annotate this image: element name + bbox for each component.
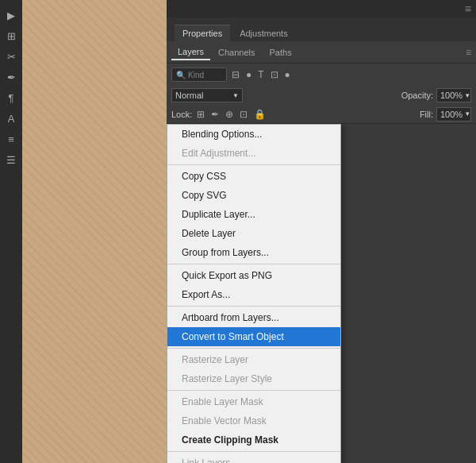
properties-tabs: Properties Adjustments <box>167 17 476 41</box>
play-tool[interactable]: ▶ <box>2 6 20 24</box>
lock-all-icon[interactable]: 🔒 <box>252 108 267 121</box>
layers-panel-menu-icon[interactable]: ≡ <box>466 47 471 58</box>
kind-label: Kind <box>188 71 204 79</box>
opacity-value-text: 100% <box>440 91 463 100</box>
layers-tool[interactable]: ≡ <box>2 130 20 148</box>
filter-icon-2[interactable]: ● <box>244 68 253 81</box>
opacity-input[interactable]: 100% ▼ <box>436 88 471 102</box>
extra-tool[interactable]: ☰ <box>2 151 20 168</box>
kind-row: 🔍 Kind ⊟ ● T ⊡ ● <box>167 64 476 86</box>
lock-brush-icon[interactable]: ✒ <box>209 108 221 121</box>
filter-icon-3[interactable]: T <box>256 68 265 81</box>
filter-icon-1[interactable]: ⊟ <box>230 68 241 81</box>
kind-search[interactable]: 🔍 Kind <box>171 68 227 82</box>
menu-item-create-clipping-mask[interactable]: Create Clipping Mask <box>167 430 340 449</box>
menu-item-group-from-layers-[interactable]: Group from Layers... <box>167 243 340 262</box>
menu-item-duplicate-layer-[interactable]: Duplicate Layer... <box>167 205 340 224</box>
lock-artboard-icon[interactable]: ⊡ <box>238 108 249 121</box>
toolbar: ▶ ⊞ ✂ ✒ ¶ A ≡ ☰ <box>0 0 22 463</box>
menu-item-rasterize-layer: Rasterize Layer <box>167 350 340 369</box>
lasso-tool[interactable]: ✂ <box>2 48 20 65</box>
menu-divider <box>167 451 340 452</box>
type-tool[interactable]: A <box>2 110 20 127</box>
pen-tool[interactable]: ✒ <box>2 68 20 86</box>
menu-item-copy-css[interactable]: Copy CSS <box>167 167 340 186</box>
menu-item-delete-layer[interactable]: Delete Layer <box>167 224 340 243</box>
canvas-area: ▶ ⊞ ✂ ✒ ¶ A ≡ ☰ <box>0 0 167 463</box>
menu-item-artboard-from-layers-[interactable]: Artboard from Layers... <box>167 308 340 327</box>
fill-value-text: 100% <box>440 110 463 119</box>
menu-item-link-layers: Link Layers <box>167 453 340 463</box>
fill-input[interactable]: 100% ▼ <box>436 107 471 122</box>
panel-menu-icon[interactable]: ≡ <box>465 2 471 15</box>
tab-properties[interactable]: Properties <box>175 25 230 41</box>
fill-label: Fill: <box>420 110 433 119</box>
menu-item-convert-to-smart-object[interactable]: Convert to Smart Object <box>167 327 340 346</box>
filter-icon-5[interactable]: ● <box>283 68 292 81</box>
menu-divider <box>167 348 340 349</box>
blend-mode-select[interactable]: Normal ▼ <box>171 88 243 102</box>
filter-icon-4[interactable]: ⊡ <box>269 68 280 81</box>
tab-channels[interactable]: Channels <box>212 45 261 60</box>
menu-divider <box>167 306 340 307</box>
menu-divider <box>167 390 340 391</box>
opacity-chevron-icon: ▼ <box>464 92 470 99</box>
blend-chevron-icon: ▼ <box>232 92 239 99</box>
menu-divider <box>167 264 340 264</box>
menu-item-export-as-[interactable]: Export As... <box>167 285 340 304</box>
menu-item-blending-options-[interactable]: Blending Options... <box>167 125 340 144</box>
menu-item-copy-svg[interactable]: Copy SVG <box>167 186 340 205</box>
lock-move-icon[interactable]: ⊕ <box>224 108 235 121</box>
panel-content: Blending Options...Edit Adjustment...Cop… <box>167 124 476 463</box>
right-panel: ≡ Properties Adjustments Layers Channels… <box>167 0 476 463</box>
menu-divider <box>167 164 340 165</box>
menu-item-enable-vector-mask: Enable Vector Mask <box>167 411 340 430</box>
menu-item-quick-export-as-png[interactable]: Quick Export as PNG <box>167 266 340 285</box>
menu-item-rasterize-layer-style: Rasterize Layer Style <box>167 369 340 388</box>
search-icon: 🔍 <box>176 71 186 79</box>
top-bar: ≡ <box>167 0 476 17</box>
tab-paths[interactable]: Paths <box>263 45 298 60</box>
opacity-label: Opacity: <box>401 91 433 100</box>
layers-tabs: Layers Channels Paths ≡ <box>167 41 476 64</box>
lock-pixels-icon[interactable]: ⊞ <box>195 108 206 121</box>
tab-adjustments[interactable]: Adjustments <box>232 25 296 41</box>
lock-row: Lock: ⊞ ✒ ⊕ ⊡ 🔒 Fill: 100% ▼ <box>167 105 476 124</box>
blend-mode-value: Normal <box>175 91 203 100</box>
paragraph-tool[interactable]: ¶ <box>2 89 20 106</box>
tab-layers[interactable]: Layers <box>171 44 210 60</box>
menu-item-edit-adjustment-: Edit Adjustment... <box>167 144 340 163</box>
select-tool[interactable]: ⊞ <box>2 27 20 44</box>
fill-chevron-icon: ▼ <box>464 110 470 118</box>
lock-label: Lock: <box>171 110 192 119</box>
context-menu: Blending Options...Edit Adjustment...Cop… <box>167 124 341 463</box>
menu-item-enable-layer-mask: Enable Layer Mask <box>167 392 340 411</box>
blend-row: Normal ▼ Opacity: 100% ▼ <box>167 86 476 105</box>
canvas-preview <box>22 0 167 463</box>
